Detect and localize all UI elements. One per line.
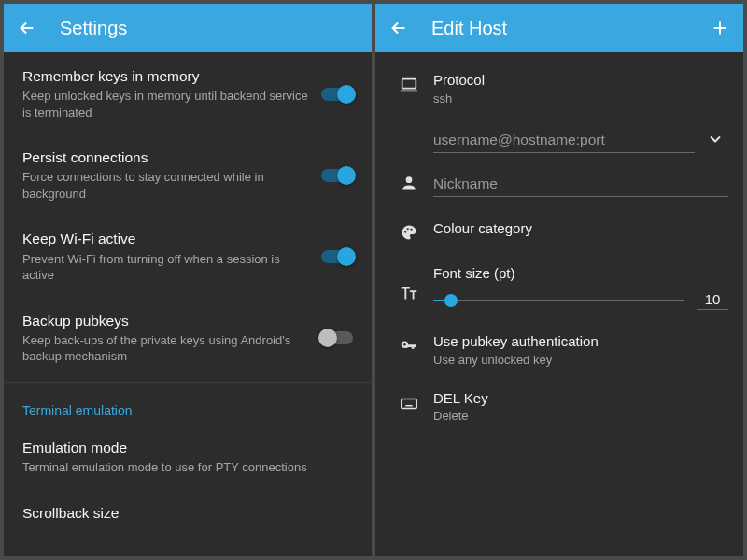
toggle-remember-keys[interactable] bbox=[321, 88, 353, 101]
edit-host-title: Edit Host bbox=[431, 18, 710, 39]
back-arrow-icon[interactable] bbox=[17, 18, 37, 38]
setting-subtitle: Prevent Wi-Fi from turning off when a se… bbox=[22, 251, 310, 284]
field-colour-category[interactable]: Colour category bbox=[390, 208, 728, 253]
setting-title: Keep Wi-Fi active bbox=[22, 230, 310, 248]
field-protocol[interactable]: Protocol ssh bbox=[390, 60, 728, 117]
svg-rect-0 bbox=[402, 79, 416, 89]
setting-scrollback-size[interactable]: Scrollback size bbox=[4, 489, 372, 526]
section-terminal-emulation: Terminal emulation bbox=[4, 386, 372, 424]
pubkey-label: Use pubkey authentication bbox=[433, 332, 728, 351]
font-size-label: Font size (pt) bbox=[433, 264, 728, 283]
nickname-input[interactable] bbox=[433, 170, 728, 197]
setting-title: Scrollback size bbox=[22, 504, 342, 523]
chevron-down-icon[interactable] bbox=[702, 130, 728, 148]
setting-emulation-mode[interactable]: Emulation mode Terminal emulation mode t… bbox=[4, 424, 372, 489]
delkey-label: DEL Key bbox=[433, 389, 728, 408]
settings-title: Settings bbox=[60, 18, 359, 39]
setting-backup-pubkeys[interactable]: Backup pubkeys Keep back-ups of the priv… bbox=[4, 297, 372, 378]
field-pubkey-auth[interactable]: Use pubkey authentication Use any unlock… bbox=[390, 321, 728, 378]
toggle-persist-connections[interactable] bbox=[321, 169, 353, 182]
field-nickname[interactable] bbox=[390, 159, 728, 208]
protocol-value: ssh bbox=[433, 91, 728, 105]
text-size-icon bbox=[390, 264, 428, 303]
setting-subtitle: Terminal emulation mode to use for PTY c… bbox=[22, 459, 342, 476]
protocol-label: Protocol bbox=[433, 71, 728, 90]
person-icon bbox=[390, 170, 428, 192]
setting-remember-keys[interactable]: Remember keys in memory Keep unlocked ke… bbox=[4, 52, 372, 133]
setting-subtitle: Keep unlocked keys in memory until backe… bbox=[22, 88, 310, 120]
add-icon[interactable] bbox=[710, 18, 730, 38]
svg-rect-6 bbox=[402, 399, 417, 408]
keyboard-icon bbox=[390, 389, 428, 413]
setting-subtitle: Force connections to stay connected whil… bbox=[22, 169, 310, 202]
field-del-key[interactable]: DEL Key Delete bbox=[390, 378, 728, 435]
key-icon bbox=[390, 332, 428, 357]
edit-host-screen: Edit Host Protocol ssh bbox=[375, 4, 743, 556]
settings-appbar: Settings bbox=[4, 4, 372, 52]
field-font-size: Font size (pt) 10 bbox=[390, 253, 728, 322]
pubkey-value: Use any unlocked key bbox=[433, 353, 728, 367]
connection-input[interactable] bbox=[433, 126, 695, 153]
colour-label: Colour category bbox=[433, 219, 728, 238]
setting-title: Emulation mode bbox=[22, 439, 342, 457]
setting-subtitle: Keep back-ups of the private keys using … bbox=[22, 332, 310, 365]
toggle-backup-pubkeys[interactable] bbox=[321, 331, 353, 344]
svg-point-2 bbox=[404, 231, 406, 232]
setting-keep-wifi[interactable]: Keep Wi-Fi active Prevent Wi-Fi from tur… bbox=[4, 215, 372, 296]
laptop-icon bbox=[390, 71, 428, 95]
svg-point-4 bbox=[410, 228, 412, 230]
svg-point-3 bbox=[407, 228, 409, 230]
font-size-value[interactable]: 10 bbox=[697, 291, 728, 310]
delkey-value: Delete bbox=[433, 409, 728, 423]
setting-title: Persist connections bbox=[22, 148, 310, 167]
divider bbox=[4, 382, 372, 383]
edit-host-appbar: Edit Host bbox=[375, 4, 743, 52]
settings-screen: Settings Remember keys in memory Keep un… bbox=[4, 4, 372, 556]
setting-persist-connections[interactable]: Persist connections Force connections to… bbox=[4, 133, 372, 215]
svg-point-5 bbox=[403, 343, 406, 346]
font-size-slider[interactable] bbox=[433, 300, 684, 301]
setting-title: Remember keys in memory bbox=[22, 67, 310, 86]
setting-title: Backup pubkeys bbox=[22, 312, 310, 330]
toggle-keep-wifi[interactable] bbox=[321, 250, 353, 263]
svg-point-1 bbox=[406, 176, 413, 183]
back-arrow-icon[interactable] bbox=[388, 18, 409, 38]
palette-icon bbox=[390, 219, 428, 242]
